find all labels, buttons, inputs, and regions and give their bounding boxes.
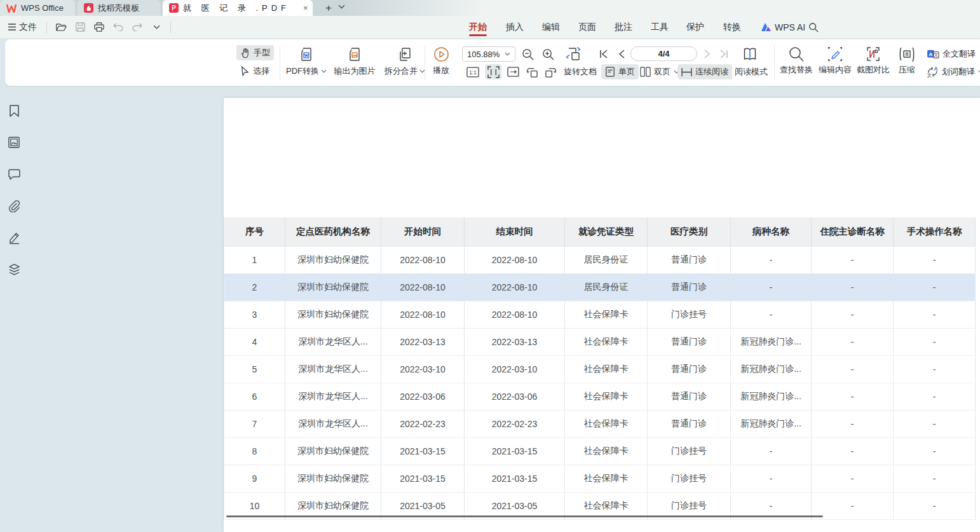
menu-item-tools[interactable]: 工具 <box>650 16 670 38</box>
export-image-button[interactable]: 输出为图片 <box>329 46 380 77</box>
rotate-document-icon-button[interactable] <box>564 44 583 64</box>
edit-content-button[interactable]: 编辑内容 <box>815 46 855 76</box>
table-cell: 社会保障卡 <box>565 383 648 411</box>
tab-document-pdf[interactable]: P 就 医 记 录 .PDF × <box>163 0 313 16</box>
table-row: 6深圳市龙华区人...2022-03-062022-03-06社会保障卡普通门诊… <box>224 383 976 411</box>
table-cell: 普通门诊 <box>648 383 731 411</box>
menu-item-home[interactable]: 开始 <box>468 16 488 38</box>
prev-page-button[interactable] <box>614 46 629 62</box>
pdf-convert-button[interactable]: PDF转换 <box>280 46 333 77</box>
table-cell: 5 <box>224 356 285 383</box>
read-mode-icon-button[interactable] <box>740 44 760 64</box>
next-page-button[interactable] <box>700 46 714 62</box>
medical-records-table: 序号定点医药机构名称开始时间结束时间就诊凭证类型医疗类别病种名称住院主诊断名称手… <box>224 217 976 520</box>
actual-size-button[interactable]: 1:1 <box>465 64 480 79</box>
screenshot-compare-button[interactable]: 截图对比 <box>854 46 892 76</box>
page-number-input[interactable]: 4/4 <box>630 46 697 61</box>
bookmarks-panel-icon[interactable] <box>5 102 23 119</box>
menu-item-protect[interactable]: 保护 <box>685 16 705 38</box>
table-cell: - <box>812 301 894 329</box>
table-cell: 3 <box>224 301 285 329</box>
redo-icon[interactable] <box>129 19 146 36</box>
svg-text:文: 文 <box>927 72 932 78</box>
table-cell: 居民身份证 <box>565 247 648 274</box>
first-page-button[interactable] <box>596 46 611 62</box>
fit-width-button[interactable] <box>485 64 501 79</box>
table-cell: 深圳市妇幼保健院 <box>285 247 381 274</box>
menu-item-insert[interactable]: 插入 <box>505 16 525 38</box>
hand-tool-button[interactable]: 手型 <box>236 45 274 60</box>
close-tab-icon[interactable]: × <box>303 3 308 13</box>
table-cell: - <box>894 465 976 493</box>
double-page-button[interactable]: 双页 <box>636 64 683 79</box>
table-row: 9深圳市妇幼保健院2021-03-152021-03-15社会保障卡门诊挂号--… <box>224 465 976 493</box>
table-cell: - <box>894 438 976 465</box>
save-icon[interactable] <box>72 19 88 36</box>
last-page-button[interactable] <box>716 46 732 62</box>
table-row: 2深圳市妇幼保健院2022-08-102022-08-10居民身份证普通门诊--… <box>224 274 976 301</box>
last-page-icon <box>719 50 728 58</box>
layers-panel-icon[interactable] <box>5 261 23 278</box>
tab-docer-templates[interactable]: 找稻壳模板 <box>78 0 160 16</box>
menu-item-edit[interactable]: 编辑 <box>541 16 561 38</box>
hamburger-icon[interactable] <box>8 24 17 31</box>
menu-item-convert[interactable]: 转换 <box>722 16 742 38</box>
menu-search-icon[interactable] <box>807 16 820 38</box>
attachments-panel-icon[interactable] <box>5 197 23 215</box>
rotate-left-button[interactable] <box>524 64 540 79</box>
table-cell: 2022-03-06 <box>381 383 465 411</box>
quickbar-chevron-icon[interactable] <box>148 19 165 36</box>
tab-list-chevron-icon[interactable] <box>338 4 345 9</box>
read-mode-button[interactable]: 阅读模式 <box>731 64 772 79</box>
select-tool-button[interactable]: 选择 <box>236 64 273 79</box>
table-cell: - <box>812 411 894 438</box>
table-cell: 新冠肺炎门诊... <box>731 383 812 411</box>
docer-icon <box>84 3 93 13</box>
zoom-level-select[interactable]: 105.88% <box>462 46 515 62</box>
new-tab-button[interactable]: + <box>322 1 336 15</box>
export-image-icon <box>346 46 363 63</box>
rotate-document-button[interactable]: 旋转文档 <box>560 64 601 79</box>
split-merge-button[interactable]: 拆分合并 <box>379 46 431 77</box>
table-cell: - <box>731 438 812 465</box>
open-file-icon[interactable] <box>53 19 69 36</box>
file-menu[interactable]: 文件 <box>19 22 37 33</box>
table-row: 5深圳市龙华区人...2022-03-102022-03-10社会保障卡普通门诊… <box>224 356 976 383</box>
menu-item-wps-ai[interactable]: WPS AI <box>760 16 806 38</box>
zoom-out-button[interactable] <box>519 46 536 62</box>
table-cell: 2 <box>224 274 285 301</box>
find-replace-button[interactable]: 查找替换 <box>775 46 817 76</box>
table-cell: 9 <box>224 465 285 493</box>
table-cell: 深圳市龙华区人... <box>285 411 381 438</box>
thumbnails-panel-icon[interactable] <box>5 133 23 151</box>
tab-wps-home[interactable]: WPS Office <box>0 0 75 16</box>
column-header: 序号 <box>224 217 285 247</box>
annotation-pen-panel-icon[interactable] <box>5 229 23 247</box>
undo-icon[interactable] <box>110 19 126 36</box>
table-cell: - <box>731 274 812 301</box>
tab-label: WPS Office <box>21 3 64 13</box>
fit-page-button[interactable] <box>505 64 521 79</box>
table-cell: 2022-08-10 <box>381 247 465 274</box>
full-translate-button[interactable]: A文 全文翻译 <box>923 46 979 62</box>
column-header: 就诊凭证类型 <box>565 217 648 247</box>
table-bottom-border <box>226 515 823 517</box>
open-book-icon <box>742 46 758 62</box>
print-icon[interactable] <box>91 19 107 36</box>
menu-item-comment[interactable]: 批注 <box>613 16 634 38</box>
zoom-in-button[interactable] <box>540 46 556 62</box>
play-button[interactable]: 播放 <box>427 46 455 76</box>
chevron-down-icon <box>505 52 510 56</box>
word-translate-button[interactable]: 文A 划词翻译 <box>923 64 980 79</box>
rotate-right-button[interactable] <box>542 64 559 79</box>
table-cell: 社会保障卡 <box>565 356 648 383</box>
continuous-read-button[interactable]: 连续阅读 <box>677 64 732 79</box>
menu-item-page[interactable]: 页面 <box>577 16 597 38</box>
single-page-button[interactable]: 单页 <box>601 64 639 79</box>
table-header-row: 序号定点医药机构名称开始时间结束时间就诊凭证类型医疗类别病种名称住院主诊断名称手… <box>224 217 976 247</box>
compress-button[interactable]: 压缩 <box>893 46 921 76</box>
table-cell: 门诊挂号 <box>648 465 731 493</box>
table-cell: 6 <box>224 383 285 411</box>
edit-pencil-icon <box>827 46 843 62</box>
comments-panel-icon[interactable] <box>5 165 23 183</box>
